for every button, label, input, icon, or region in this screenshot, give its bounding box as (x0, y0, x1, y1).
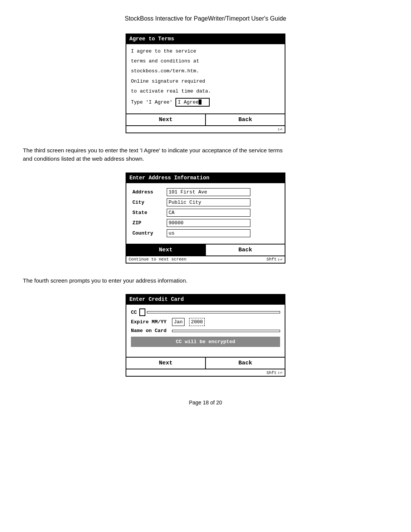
cc-number-row: CC (131, 308, 280, 316)
cc-status-bar: Shft ⇧⏎ (126, 369, 285, 376)
country-field[interactable]: us (167, 229, 250, 237)
agree-terms-title: Agree to Terms (126, 34, 285, 44)
description2: The fourth screen prompts you to enter y… (23, 276, 188, 285)
expire-month-field[interactable]: Jan (172, 318, 185, 326)
city-field[interactable]: Public City (167, 198, 250, 206)
expire-label: Expire MM/YY (131, 319, 167, 325)
country-label: Country (131, 228, 165, 238)
name-on-card-label: Name on Card (131, 328, 167, 334)
state-field[interactable]: CA (167, 209, 250, 217)
zip-field[interactable]: 90000 (167, 219, 250, 227)
expire-row: Expire MM/YY Jan 2000 (131, 319, 280, 325)
address-label: Address (131, 187, 165, 197)
state-label: State (131, 208, 165, 218)
credit-card-screen: Enter Credit Card CC Expire MM/YY Jan 20… (126, 294, 285, 377)
address-status-bar: Continue to next screen Shft ⇧⏎ (126, 256, 285, 263)
agree-line3: stockboss.com/term.htm. (131, 68, 280, 75)
shift-icon-2: Shft ⇧⏎ (266, 257, 282, 262)
credit-card-body: CC Expire MM/YY Jan 2000 Name on Card CC… (126, 305, 285, 354)
zip-label: ZIP (131, 218, 165, 228)
address-button-row: Next Back (126, 244, 285, 256)
agree-status-bar: ⇧⏎ (126, 125, 285, 133)
country-row: Country us (131, 228, 280, 238)
address-back-button[interactable]: Back (206, 244, 285, 256)
address-field[interactable]: 101 First Ave (167, 188, 250, 196)
state-row: State CA (131, 208, 280, 218)
name-on-card-field[interactable] (172, 330, 280, 332)
credit-card-title: Enter Credit Card (126, 295, 285, 305)
agree-terms-screen: Agree to Terms I agree to the service te… (126, 34, 285, 133)
address-screen: Enter Address Information Address 101 Fi… (126, 173, 285, 264)
shift-icon-3: Shft ⇧⏎ (266, 370, 282, 375)
city-label: City (131, 197, 165, 208)
expire-year-field[interactable]: 2000 (189, 318, 205, 326)
cc-number-field[interactable] (147, 311, 280, 313)
address-status-text: Continue to next screen (129, 257, 186, 262)
agree-line4: Online signature required (131, 78, 280, 85)
shift-icon: ⇧⏎ (277, 127, 282, 132)
zip-row: ZIP 90000 (131, 218, 280, 228)
page-footer: Page 18 of 20 (189, 384, 222, 406)
agree-next-button[interactable]: Next (126, 114, 206, 125)
agree-input[interactable]: I Agree (175, 98, 210, 107)
cc-back-button[interactable]: Back (206, 358, 285, 369)
agree-line5: to activate real time data. (131, 88, 280, 95)
cc-label: CC (131, 310, 137, 315)
address-body: Address 101 First Ave City Public City S… (126, 183, 285, 244)
agree-button-row: Next Back (126, 113, 285, 125)
encrypted-banner: CC will be encrypted (131, 337, 280, 347)
address-row: Address 101 First Ave (131, 187, 280, 197)
cc-next-button[interactable]: Next (126, 358, 206, 369)
cc-cursor (139, 308, 145, 316)
cc-button-row: Next Back (126, 357, 285, 369)
address-title: Enter Address Information (126, 173, 285, 183)
agree-line1: I agree to the service (131, 48, 280, 55)
city-row: City Public City (131, 197, 280, 208)
address-table: Address 101 First Ave City Public City S… (131, 187, 280, 238)
name-on-card-row: Name on Card (131, 328, 280, 334)
agree-line2: terms and conditions at (131, 58, 280, 65)
description1: The third screen requires you to enter t… (23, 146, 289, 163)
agree-back-button[interactable]: Back (206, 114, 285, 125)
agree-type-label: Type 'I Agree' (131, 99, 172, 105)
agree-row: Type 'I Agree' I Agree (131, 98, 280, 107)
page-title: StockBoss Interactive for PageWriter/Tim… (125, 15, 287, 22)
agree-terms-body: I agree to the service terms and conditi… (126, 44, 285, 110)
address-next-button[interactable]: Next (126, 244, 206, 256)
